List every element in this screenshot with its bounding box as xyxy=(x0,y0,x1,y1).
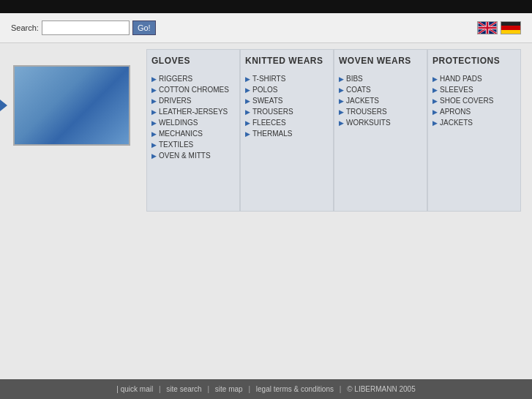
nav-columns: GLOVES▶RIGGERS▶COTTON CHROMES▶DRIVERS▶LE… xyxy=(146,49,521,212)
nav-item-label: JACKETS xyxy=(440,119,473,127)
nav-item[interactable]: ▶TEXTILES xyxy=(151,141,235,149)
nav-item[interactable]: ▶TROUSERS xyxy=(245,108,329,116)
nav-item[interactable]: ▶MECHANICS xyxy=(151,130,235,138)
nav-item[interactable]: ▶OVEN & MITTS xyxy=(151,152,235,160)
nav-item[interactable]: ▶THERMALS xyxy=(245,130,329,138)
header: Search: Go! xyxy=(0,13,532,43)
nav-item-label: SLEEVES xyxy=(440,86,473,94)
nav-item-label: JACKETS xyxy=(346,97,379,105)
footer-sep-4: | xyxy=(340,385,343,393)
nav-arrow-icon: ▶ xyxy=(245,86,250,94)
nav-arrow-icon: ▶ xyxy=(245,108,250,116)
nav-item-label: APRONS xyxy=(440,108,471,116)
nav-item[interactable]: ▶DRIVERS xyxy=(151,97,235,105)
product-image xyxy=(13,65,130,146)
nav-column-header-knitted-wears: KNITTED WEARS xyxy=(245,56,329,69)
nav-item-label: BIBS xyxy=(346,75,363,83)
footer-link-sitemap[interactable]: site map xyxy=(215,385,243,393)
nav-item-label: WELDINGS xyxy=(159,119,198,127)
nav-arrow-icon: ▶ xyxy=(245,97,250,105)
footer-copyright: © LIBERMANN 2005 xyxy=(347,385,416,393)
nav-item-label: MECHANICS xyxy=(159,130,203,138)
nav-arrow-icon: ▶ xyxy=(245,130,250,138)
nav-item-label: WORKSUITS xyxy=(346,119,391,127)
nav-item[interactable]: ▶WORKSUITS xyxy=(339,119,422,127)
nav-arrow-icon: ▶ xyxy=(432,75,438,83)
nav-arrow-icon: ▶ xyxy=(432,108,438,116)
nav-column-protections: PROTECTIONS▶HAND PADS▶SLEEVES▶SHOE COVER… xyxy=(428,50,520,211)
nav-arrow-icon: ▶ xyxy=(339,119,344,127)
search-label: Search: xyxy=(11,23,39,32)
nav-item-label: FLEECES xyxy=(252,119,286,127)
search-area: Search: Go! xyxy=(11,20,156,35)
footer-sep-2: | xyxy=(207,385,211,393)
uk-flag[interactable] xyxy=(477,21,498,34)
flags-area xyxy=(477,21,521,34)
search-button[interactable]: Go! xyxy=(132,20,156,35)
nav-arrow-icon: ▶ xyxy=(151,108,157,116)
nav-item-label: RIGGERS xyxy=(159,75,192,83)
nav-item[interactable]: ▶T-SHIRTS xyxy=(245,75,329,83)
nav-arrow-icon: ▶ xyxy=(339,75,344,83)
nav-column-header-woven-wears: WOVEN WEARS xyxy=(339,56,422,69)
nav-item-label: DRIVERS xyxy=(159,97,191,105)
nav-item[interactable]: ▶LEATHER-JERSEYS xyxy=(151,108,235,116)
nav-column-knitted-wears: KNITTED WEARS▶T-SHIRTS▶POLOS▶SWEATS▶TROU… xyxy=(241,50,333,211)
nav-item-label: COTTON CHROMES xyxy=(159,86,229,94)
nav-item[interactable]: ▶APRONS xyxy=(432,108,516,116)
flag-de-gold-stripe xyxy=(501,30,520,34)
nav-item-label: TROUSERS xyxy=(346,108,387,116)
nav-item[interactable]: ▶FLEECES xyxy=(245,119,329,127)
nav-column-woven-wears: WOVEN WEARS▶BIBS▶COATS▶JACKETS▶TROUSERS▶… xyxy=(334,50,427,211)
footer-link-sitesearch[interactable]: site search xyxy=(166,385,201,393)
footer-link-legal[interactable]: legal terms & conditions xyxy=(256,385,334,393)
nav-column-header-protections: PROTECTIONS xyxy=(432,56,516,69)
nav-item-label: COATS xyxy=(346,86,371,94)
nav-arrow-icon: ▶ xyxy=(151,130,157,138)
nav-arrow-icon: ▶ xyxy=(245,119,250,127)
nav-item[interactable]: ▶HAND PADS xyxy=(432,75,516,83)
main-content: GLOVES▶RIGGERS▶COTTON CHROMES▶DRIVERS▶LE… xyxy=(0,43,532,379)
nav-item-label: SHOE COVERS xyxy=(440,97,493,105)
nav-item[interactable]: ▶TROUSERS xyxy=(339,108,422,116)
footer-link-quickmail[interactable]: quick mail xyxy=(121,385,153,393)
top-bar xyxy=(0,0,532,13)
nav-item[interactable]: ▶SWEATS xyxy=(245,97,329,105)
nav-arrow-icon: ▶ xyxy=(339,97,344,105)
nav-item[interactable]: ▶WELDINGS xyxy=(151,119,235,127)
nav-item-label: LEATHER-JERSEYS xyxy=(159,108,228,116)
nav-arrow-icon: ▶ xyxy=(151,141,157,149)
nav-arrow-icon: ▶ xyxy=(151,75,157,83)
footer-sep-3: | xyxy=(248,385,252,393)
nav-arrow-icon: ▶ xyxy=(151,152,157,160)
nav-arrow-icon: ▶ xyxy=(339,86,344,94)
left-panel xyxy=(0,43,143,379)
nav-item[interactable]: ▶POLOS xyxy=(245,86,329,94)
nav-item[interactable]: ▶COATS xyxy=(339,86,422,94)
nav-arrow-icon: ▶ xyxy=(432,119,438,127)
nav-arrow-icon: ▶ xyxy=(432,86,438,94)
nav-arrow-icon: ▶ xyxy=(432,97,438,105)
nav-item[interactable]: ▶JACKETS xyxy=(432,119,516,127)
nav-area: GLOVES▶RIGGERS▶COTTON CHROMES▶DRIVERS▶LE… xyxy=(143,43,532,379)
nav-column-header-gloves: GLOVES xyxy=(151,56,235,69)
nav-item[interactable]: ▶BIBS xyxy=(339,75,422,83)
nav-item-label: POLOS xyxy=(252,86,277,94)
nav-item-label: THERMALS xyxy=(252,130,292,138)
footer: | quick mail | site search | site map | … xyxy=(0,379,532,399)
nav-item[interactable]: ▶COTTON CHROMES xyxy=(151,86,235,94)
nav-item[interactable]: ▶SHOE COVERS xyxy=(432,97,516,105)
nav-item[interactable]: ▶RIGGERS xyxy=(151,75,235,83)
de-flag[interactable] xyxy=(501,21,521,34)
nav-arrow-icon: ▶ xyxy=(151,119,157,127)
nav-item-label: SWEATS xyxy=(252,97,282,105)
nav-item-label: TEXTILES xyxy=(159,141,193,149)
nav-item[interactable]: ▶JACKETS xyxy=(339,97,422,105)
panel-arrow xyxy=(0,100,7,111)
nav-item-label: TROUSERS xyxy=(252,108,293,116)
nav-column-gloves: GLOVES▶RIGGERS▶COTTON CHROMES▶DRIVERS▶LE… xyxy=(147,50,239,211)
nav-item-label: HAND PADS xyxy=(440,75,482,83)
nav-item[interactable]: ▶SLEEVES xyxy=(432,86,516,94)
nav-arrow-icon: ▶ xyxy=(339,108,344,116)
search-input[interactable] xyxy=(42,20,130,35)
